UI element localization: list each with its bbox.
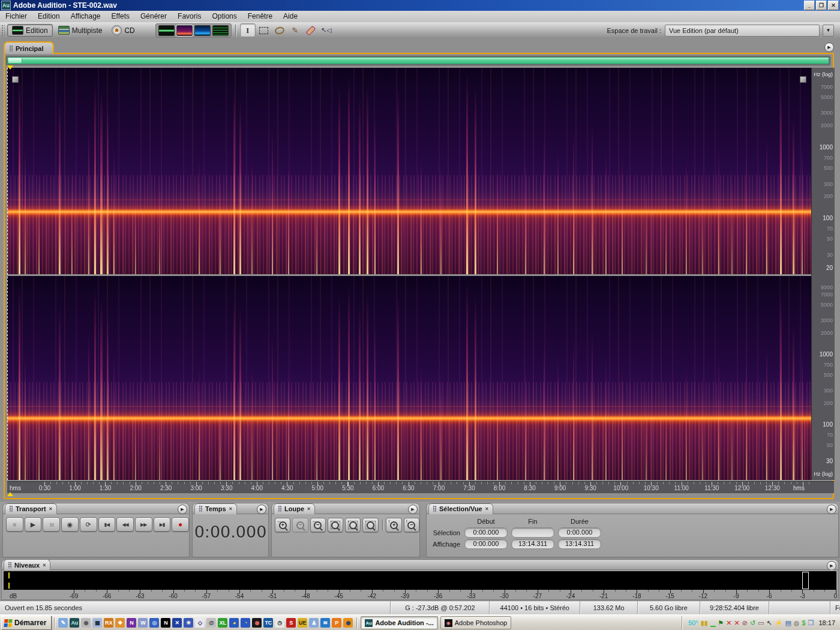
rewind-button[interactable]: ◀◀ [116,517,134,532]
menu-favoris[interactable]: Favoris [172,11,206,22]
workspace-select[interactable]: Vue Edition (par défaut) [665,25,820,37]
menu-effets[interactable]: Effets [106,11,135,22]
close-button[interactable]: ✕ [828,1,839,10]
playhead-marker-bottom[interactable] [7,492,13,496]
tab-principal[interactable]: Principal [4,41,54,54]
quicklaunch-xtool-icon[interactable]: ✕ [172,618,182,628]
record-button[interactable]: ● [172,517,189,532]
affichage-duree-field[interactable]: 13:14.311 [558,539,601,549]
stop-button[interactable]: ■ [6,517,23,532]
mode-multipiste-button[interactable]: Multipiste [54,25,107,36]
tray-folder-icon[interactable]: ❒ [808,620,814,626]
zoom-out-full-button[interactable]: −↔ [310,518,326,532]
tray-underscore-icon[interactable]: ▁ [710,620,715,626]
minimize-button[interactable]: _ [804,1,815,10]
zoom-in-horizontal-button[interactable]: +↔ [275,518,290,532]
menu-fenetre[interactable]: Fenêtre [242,11,278,22]
quicklaunch-sbp-icon[interactable]: S [286,618,296,628]
zoom-out-horizontal-button[interactable]: − [292,518,308,532]
mode-cd-button[interactable]: CD [107,24,139,37]
tray-network-offline-2-icon[interactable]: ✕ [734,620,739,626]
loupe-tab[interactable]: Loupe × [274,503,315,514]
spot-healing-tool[interactable] [304,24,318,37]
tray-meter-icon[interactable]: ▮▮ [701,620,708,626]
quicklaunch-clock-icon[interactable]: ◷ [275,618,284,628]
mode-edition-button[interactable]: Edition [7,24,53,37]
selection-vue-tab[interactable]: Sélection/Vue × [428,503,493,514]
go-to-start-button[interactable]: ▮◀ [98,517,116,532]
menu-aide[interactable]: Aide [278,11,303,22]
temps-tab[interactable]: Temps × [194,503,237,514]
taskbar-window-audition[interactable]: Au Adobe Audition -... [361,616,437,629]
menu-edition[interactable]: Edition [32,11,65,22]
quicklaunch-player-icon[interactable]: ◉ [81,618,91,628]
spectrogram-right-channel[interactable] [7,276,811,480]
spectral-view-button[interactable] [176,25,193,36]
loop-play-button[interactable]: ⟳ [80,517,97,532]
zoom-selection-right-button[interactable] [362,518,378,532]
start-button[interactable]: Démarrer [1,616,52,630]
zoom-selection-left-button[interactable] [345,518,361,532]
quicklaunch-pdf-icon[interactable]: P [332,618,341,628]
menu-fichier[interactable]: Fichier [0,11,32,22]
go-to-end-button[interactable]: ▶▮ [154,517,171,532]
corner-handle-right[interactable] [800,76,806,83]
scrollbar-thumb[interactable] [7,57,829,64]
panel-menu-button[interactable]: ▶ [408,505,418,514]
selection-duree-field[interactable]: 0:00.000 [558,527,601,538]
workspace-dropdown-arrow[interactable]: ▼ [823,25,834,37]
close-icon[interactable]: × [485,506,488,512]
quicklaunch-person-icon[interactable]: ♟ [309,618,319,628]
quicklaunch-rx-icon[interactable]: RX [104,618,113,628]
tray-flag-icon[interactable]: ⚑ [718,620,724,626]
panel-menu-button[interactable]: ▶ [257,505,266,514]
zoom-in-vertical-button[interactable]: +↕ [386,518,401,532]
menu-affichage[interactable]: Affichage [65,11,106,22]
taskbar-window-photoshop[interactable]: ◉ Adobe Photoshop [440,616,511,629]
selection-fin-field[interactable] [511,527,554,538]
menu-generer[interactable]: Générer [135,11,172,22]
play-button[interactable]: ▶ [25,517,42,532]
time-ruler[interactable]: 0:301:001:302:002:303:003:304:004:305:00… [7,481,834,493]
taskbar-clock[interactable]: 18:17 [818,619,835,626]
panel-menu-button[interactable]: ▶ [178,505,187,514]
fast-forward-button[interactable]: ▶▶ [135,517,152,532]
niveaux-tab[interactable]: Niveaux × [4,559,50,570]
quicklaunch-globe-1-icon[interactable]: ◕ [229,618,239,628]
affichage-debut-field[interactable]: 0:00.000 [464,539,508,549]
effects-paintbrush-tool[interactable]: ✎ [288,24,302,37]
close-icon[interactable]: × [43,562,46,568]
quicklaunch-at-icon[interactable]: @ [206,618,216,628]
quicklaunch-word-icon[interactable]: W [138,618,148,628]
quicklaunch-calculator-icon[interactable]: ▦ [92,618,102,628]
time-selection-tool[interactable]: I [240,23,256,37]
quicklaunch-netscape-icon[interactable]: N [161,618,170,628]
tray-cursor-icon[interactable]: ↖ [767,620,772,626]
tray-scanner-icon[interactable]: ▭ [758,620,764,626]
transport-tab[interactable]: Transport × [5,503,57,514]
quicklaunch-xl-icon[interactable]: XL [218,618,227,628]
quicklaunch-doc-icon[interactable]: ◇ [195,618,205,628]
frequency-ruler[interactable]: 7000500030002000100070050030020010070503… [811,68,835,480]
playhead-marker-top[interactable] [7,65,13,70]
quicklaunch-tc-icon[interactable]: TC [263,618,273,628]
quicklaunch-mediaplayer-icon[interactable]: ◉ [343,618,353,628]
pause-button[interactable]: ▮▮ [43,517,60,532]
tray-refresh-icon[interactable]: ↺ [750,620,755,626]
scrub-tool[interactable]: ↖◁ [319,24,334,37]
tray-money-icon[interactable]: $ [802,620,805,626]
zoom-out-vertical-button[interactable]: −↕ [404,518,419,532]
waveform-view-button[interactable] [158,25,175,36]
restore-button[interactable]: ❐ [816,1,827,10]
quicklaunch-onenote-icon[interactable]: N [127,618,136,628]
quicklaunch-desktop-icon[interactable]: ✎ [58,618,68,628]
panel-menu-button[interactable]: ▶ [827,561,836,571]
level-meter[interactable] [4,571,836,590]
affichage-fin-field[interactable]: 13:14.311 [511,539,554,549]
close-icon[interactable]: × [49,506,52,512]
quicklaunch-startool-icon[interactable]: ✳ [184,618,193,628]
zoom-to-selection-button[interactable] [328,518,343,532]
spectrogram-left-channel[interactable] [7,68,811,274]
quicklaunch-audition-icon[interactable]: Au [70,618,79,628]
quicklaunch-ue-icon[interactable]: UE [298,618,307,628]
